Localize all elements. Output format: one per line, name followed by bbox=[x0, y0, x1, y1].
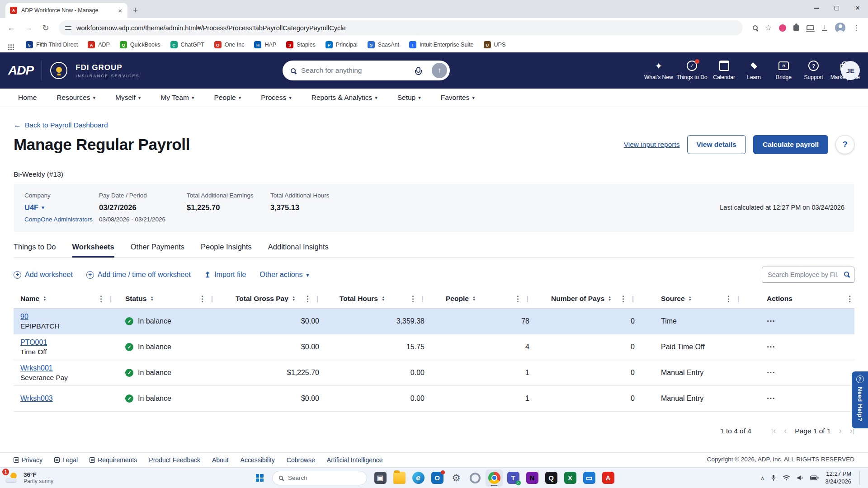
column-menu-icon[interactable] bbox=[618, 294, 628, 304]
add-worksheet-button[interactable]: Add worksheet bbox=[14, 271, 73, 279]
next-page-button[interactable] bbox=[839, 426, 842, 436]
taskbar-app[interactable]: O bbox=[429, 469, 446, 487]
worksheet-name-link[interactable]: PTO001 bbox=[20, 338, 47, 347]
nav-item[interactable]: Myself bbox=[115, 94, 141, 102]
tab[interactable]: Worksheets bbox=[72, 243, 114, 257]
taskbar-app[interactable]: ⚙ bbox=[448, 469, 465, 487]
view-input-reports-link[interactable]: View input reports bbox=[624, 141, 680, 149]
footer-link[interactable]: Accessibility bbox=[241, 456, 275, 464]
column-header[interactable]: Status bbox=[116, 289, 217, 308]
taskbar-app[interactable] bbox=[486, 469, 503, 487]
taskbar-app[interactable]: e bbox=[410, 469, 427, 487]
back-to-dashboard-link[interactable]: Back to Payroll Dashboard bbox=[14, 121, 108, 130]
column-header[interactable]: Number of Pays bbox=[533, 289, 638, 308]
back-button[interactable]: ← bbox=[5, 23, 18, 33]
column-header[interactable]: Total Gross Pay bbox=[217, 289, 323, 308]
user-avatar[interactable]: JE bbox=[841, 61, 860, 80]
column-menu-icon[interactable] bbox=[198, 294, 207, 304]
bookmark-item[interactable]: 5 Fifth Third Direct bbox=[26, 41, 78, 48]
tray-chevron-icon[interactable]: ∧ bbox=[760, 475, 764, 481]
microphone-icon[interactable] bbox=[771, 474, 776, 481]
column-menu-icon[interactable] bbox=[513, 294, 523, 304]
help-button[interactable] bbox=[835, 135, 854, 154]
footer-link[interactable]: Legal bbox=[54, 456, 78, 464]
global-search[interactable] bbox=[283, 61, 450, 80]
bookmark-item[interactable]: Q QuickBooks bbox=[120, 41, 160, 48]
taskbar-app[interactable] bbox=[467, 469, 484, 487]
header-quick-link[interactable]: Bridge bbox=[770, 61, 798, 80]
sort-icon[interactable] bbox=[43, 296, 46, 302]
nav-item[interactable]: Process bbox=[261, 94, 292, 102]
footer-link[interactable]: Artificial Intelligence bbox=[327, 456, 383, 464]
company-selector[interactable]: U4F bbox=[24, 203, 99, 212]
table-row[interactable]: Wrksh001 Severance Pay In balance $1,225… bbox=[14, 360, 854, 386]
bookmark-star-icon[interactable]: ☆ bbox=[765, 23, 772, 33]
apps-grid-icon[interactable] bbox=[8, 44, 9, 46]
add-time-worksheet-button[interactable]: Add time / time off worksheet bbox=[86, 271, 191, 279]
adp-logo[interactable]: ADP bbox=[8, 63, 33, 78]
taskbar-app[interactable]: T bbox=[505, 469, 522, 487]
header-quick-link[interactable]: Learn bbox=[740, 61, 768, 80]
tab[interactable]: People Insights bbox=[201, 243, 252, 257]
footer-link[interactable]: About bbox=[212, 456, 229, 464]
bookmark-item[interactable]: C ChatGPT bbox=[170, 41, 204, 48]
wifi-icon[interactable] bbox=[783, 475, 790, 481]
worksheet-name-link[interactable]: Wrksh001 bbox=[20, 364, 53, 372]
tab[interactable]: Additional Insights bbox=[268, 243, 329, 257]
browser-profile-avatar[interactable] bbox=[835, 23, 845, 33]
column-header[interactable]: Source bbox=[638, 289, 744, 308]
employee-search-input[interactable] bbox=[762, 267, 854, 283]
sort-icon[interactable] bbox=[292, 296, 295, 302]
footer-link[interactable]: Product Feedback bbox=[149, 456, 200, 464]
window-maximize-button[interactable] bbox=[826, 0, 847, 16]
browser-menu-icon[interactable]: ⋮ bbox=[853, 23, 860, 32]
bookmark-item[interactable]: U UPS bbox=[484, 41, 506, 48]
bookmark-item[interactable]: I Intuit Enterprise Suite bbox=[409, 41, 474, 48]
sort-icon[interactable] bbox=[382, 296, 385, 302]
nav-item[interactable]: People bbox=[214, 94, 241, 102]
column-header[interactable]: Name bbox=[14, 289, 116, 308]
footer-link[interactable]: Cobrowse bbox=[287, 456, 315, 464]
column-menu-icon[interactable] bbox=[303, 294, 312, 304]
bookmark-item[interactable]: O One Inc bbox=[214, 41, 245, 48]
taskbar-app[interactable]: ▣ bbox=[372, 469, 389, 487]
taskbar-clock[interactable]: 12:27 PM 3/24/2026 bbox=[825, 470, 851, 486]
bookmark-item[interactable]: S Staples bbox=[286, 41, 316, 48]
taskbar-app[interactable]: A bbox=[599, 469, 617, 487]
volume-icon[interactable] bbox=[797, 475, 804, 481]
table-row[interactable]: PTO001 Time Off In balance $0.00 15.75 4… bbox=[14, 334, 854, 360]
site-settings-icon[interactable] bbox=[65, 25, 71, 31]
show-desktop-button[interactable] bbox=[859, 471, 861, 485]
nav-item[interactable]: Reports & Analytics bbox=[311, 94, 377, 102]
tab[interactable]: Other Payments bbox=[131, 243, 184, 257]
forward-button[interactable]: → bbox=[22, 23, 35, 33]
view-details-button[interactable]: View details bbox=[687, 135, 746, 154]
bookmark-item[interactable]: A ADP bbox=[88, 41, 110, 48]
weather-widget[interactable]: 1 36°F Partly sunny bbox=[5, 471, 53, 484]
taskbar-app[interactable]: N bbox=[524, 469, 541, 487]
column-menu-icon[interactable] bbox=[845, 294, 854, 304]
sort-icon[interactable] bbox=[150, 296, 153, 302]
company-name-link[interactable]: CompOne Administrators bbox=[24, 216, 99, 223]
column-header[interactable]: Actions bbox=[744, 289, 854, 308]
sort-icon[interactable] bbox=[689, 296, 692, 302]
column-menu-icon[interactable] bbox=[408, 294, 418, 304]
reload-button[interactable]: ↻ bbox=[39, 23, 52, 33]
taskbar-app[interactable]: Q bbox=[542, 469, 560, 487]
nav-item[interactable]: Resources bbox=[57, 94, 95, 102]
first-page-button[interactable] bbox=[771, 426, 776, 436]
header-quick-link[interactable]: Calendar bbox=[710, 61, 738, 80]
new-tab-button[interactable]: + bbox=[133, 5, 138, 15]
extension-pink-icon[interactable] bbox=[779, 24, 786, 32]
taskbar-app[interactable]: ▭ bbox=[580, 469, 598, 487]
bookmark-item[interactable]: P Principal bbox=[326, 41, 358, 48]
zoom-icon[interactable] bbox=[753, 25, 758, 30]
nav-item[interactable]: Setup bbox=[397, 94, 421, 102]
microphone-icon[interactable] bbox=[416, 67, 420, 73]
column-menu-icon[interactable] bbox=[724, 294, 733, 304]
search-icon[interactable] bbox=[844, 272, 849, 277]
column-header[interactable]: Total Hours bbox=[323, 289, 428, 308]
header-quick-link[interactable]: What's New bbox=[643, 61, 674, 80]
nav-item[interactable]: My Team bbox=[160, 94, 194, 102]
battery-icon[interactable] bbox=[810, 475, 819, 480]
